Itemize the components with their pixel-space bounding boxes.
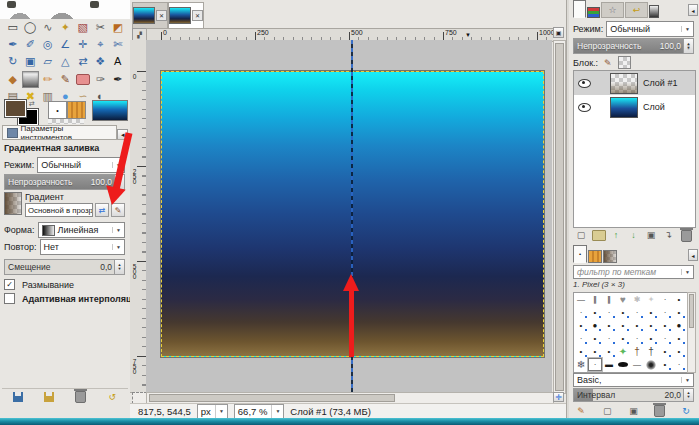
bcell-46[interactable]: •: [658, 358, 672, 371]
delete-layer[interactable]: [678, 229, 694, 242]
tool-fuzzy-select[interactable]: ✦: [57, 19, 75, 36]
tool-rotate[interactable]: ↻: [4, 53, 22, 70]
tool-bucket-fill[interactable]: ◆: [4, 71, 22, 88]
tool-pencil[interactable]: ✏: [39, 71, 57, 88]
supersampling-checkbox[interactable]: [4, 293, 15, 304]
close-icon[interactable]: ✕: [156, 10, 167, 21]
bcell-44[interactable]: —: [630, 358, 644, 371]
tool-gradient[interactable]: [22, 71, 40, 88]
unit-select[interactable]: px ▼: [197, 404, 228, 419]
foreground-color-swatch[interactable]: [5, 100, 26, 117]
vertical-ruler[interactable]: 0250500750: [130, 40, 147, 393]
bcell-41[interactable]: ·: [588, 358, 602, 371]
lock-paint-icon[interactable]: ✎: [604, 58, 612, 68]
visibility-eye-icon[interactable]: [578, 79, 591, 88]
lower-layer[interactable]: ↓: [626, 229, 642, 242]
bcell-43[interactable]: [616, 358, 630, 371]
tool-ink[interactable]: ✒: [109, 71, 127, 88]
refresh-brushes[interactable]: ↻: [678, 405, 694, 418]
bcell-27[interactable]: •: [616, 332, 630, 345]
bcell-25[interactable]: •: [588, 332, 602, 345]
tab-layers[interactable]: [573, 0, 586, 18]
anchor-layer[interactable]: ↴: [661, 229, 677, 242]
bcell-15[interactable]: •: [672, 306, 686, 319]
tool-scale[interactable]: ▣: [22, 53, 40, 70]
bcell-3[interactable]: ♥: [616, 293, 630, 306]
bcell-12[interactable]: ·: [630, 306, 644, 319]
bcell-21[interactable]: •: [644, 319, 658, 332]
bcell-29[interactable]: •: [644, 332, 658, 345]
layer-row-1[interactable]: Слой: [574, 95, 695, 119]
layer-opacity-spinner[interactable]: ▲▼: [683, 39, 693, 53]
tool-shear[interactable]: ▱: [39, 53, 57, 70]
tool-cage-transform[interactable]: ❖: [92, 53, 110, 70]
tool-flip[interactable]: ⇄: [74, 53, 92, 70]
bcell-35[interactable]: ✦: [616, 345, 630, 358]
dithering-checkbox[interactable]: ✓: [4, 279, 15, 290]
bcell-9[interactable]: •: [588, 306, 602, 319]
bcell-24[interactable]: ·: [574, 332, 588, 345]
repeat-select[interactable]: Нет ▼: [40, 239, 125, 255]
brush-tag-field[interactable]: Basic, ▼: [573, 373, 694, 387]
tool-options-tab[interactable]: Параметры инструментов: [2, 125, 117, 140]
offset-slider[interactable]: Смещение 0,0 ▲▼: [4, 259, 125, 275]
offset-spinner[interactable]: ▲▼: [114, 260, 124, 274]
bcell-26[interactable]: ·: [602, 332, 616, 345]
spacing-slider[interactable]: Интервал 20,0 ▲▼: [573, 388, 694, 402]
dock-menu-button-2[interactable]: ◂: [688, 249, 698, 261]
bcell-33[interactable]: •: [588, 345, 602, 358]
canvas-viewport[interactable]: [146, 40, 552, 392]
scrollbar-thumb[interactable]: [689, 294, 694, 328]
tab-undo-history[interactable]: ↩: [625, 2, 648, 18]
bcell-17[interactable]: ●: [588, 319, 602, 332]
new-layer[interactable]: ▢: [573, 229, 589, 242]
brush-scrollbar[interactable]: [687, 292, 696, 373]
layer-opacity-slider[interactable]: Непрозрачность 100,0 ▲▼: [573, 38, 694, 54]
fg-bg-color-widget[interactable]: ⇄: [5, 100, 41, 125]
bcell-38[interactable]: •: [658, 345, 672, 358]
gradient-name-field[interactable]: Основной в прозрач: [25, 203, 93, 217]
bcell-14[interactable]: ·: [658, 306, 672, 319]
raise-layer[interactable]: ↑: [608, 229, 624, 242]
new-brush[interactable]: ▢: [599, 405, 615, 418]
active-pattern-preview[interactable]: [67, 101, 86, 119]
delete-brush[interactable]: [652, 405, 668, 418]
visibility-eye-icon[interactable]: [578, 103, 591, 112]
bcell-6[interactable]: ·: [658, 293, 672, 306]
tool-airbrush[interactable]: ✑: [92, 71, 110, 88]
tool-foreground-select[interactable]: ◩: [109, 19, 127, 36]
tool-ellipse-select[interactable]: ◯: [22, 19, 40, 36]
bcell-1[interactable]: ∥: [588, 293, 602, 306]
bcell-18[interactable]: •: [602, 319, 616, 332]
scrollbar-thumb[interactable]: [555, 43, 564, 391]
bcell-34[interactable]: •: [602, 345, 616, 358]
tab-brushes[interactable]: •: [573, 245, 587, 263]
bcell-28[interactable]: ·: [630, 332, 644, 345]
save-options[interactable]: [10, 391, 26, 404]
duplicate-brush[interactable]: ▣: [626, 405, 642, 418]
scrollbar-thumb[interactable]: [149, 394, 395, 402]
tool-zoom[interactable]: ◎: [39, 36, 57, 53]
tool-select-by-color[interactable]: ▧: [74, 19, 92, 36]
spacing-spinner[interactable]: ▲▼: [683, 389, 693, 401]
bcell-23[interactable]: ●: [672, 319, 686, 332]
tab-paths[interactable]: ☆: [601, 2, 624, 18]
bcell-22[interactable]: •: [658, 319, 672, 332]
tab-channels[interactable]: [587, 7, 600, 18]
bcell-19[interactable]: •: [616, 319, 630, 332]
bcell-32[interactable]: •: [574, 345, 588, 358]
bcell-42[interactable]: ▬: [602, 358, 616, 371]
bcell-11[interactable]: •: [616, 306, 630, 319]
bcell-37[interactable]: †: [644, 345, 658, 358]
tab-gradients[interactable]: [603, 250, 617, 263]
bcell-7[interactable]: •: [672, 293, 686, 306]
edit-brush[interactable]: ✎: [573, 405, 589, 418]
tool-scissors-select[interactable]: ✂: [92, 19, 110, 36]
tool-move[interactable]: ✛: [74, 36, 92, 53]
tool-rectangle-select[interactable]: ▭: [4, 19, 22, 36]
tab-patterns[interactable]: [588, 250, 602, 263]
layer-row-0[interactable]: Слой #1: [574, 71, 695, 95]
bcell-47[interactable]: ·: [672, 358, 686, 371]
tool-text[interactable]: A: [109, 53, 127, 70]
bcell-0[interactable]: —: [574, 293, 588, 306]
